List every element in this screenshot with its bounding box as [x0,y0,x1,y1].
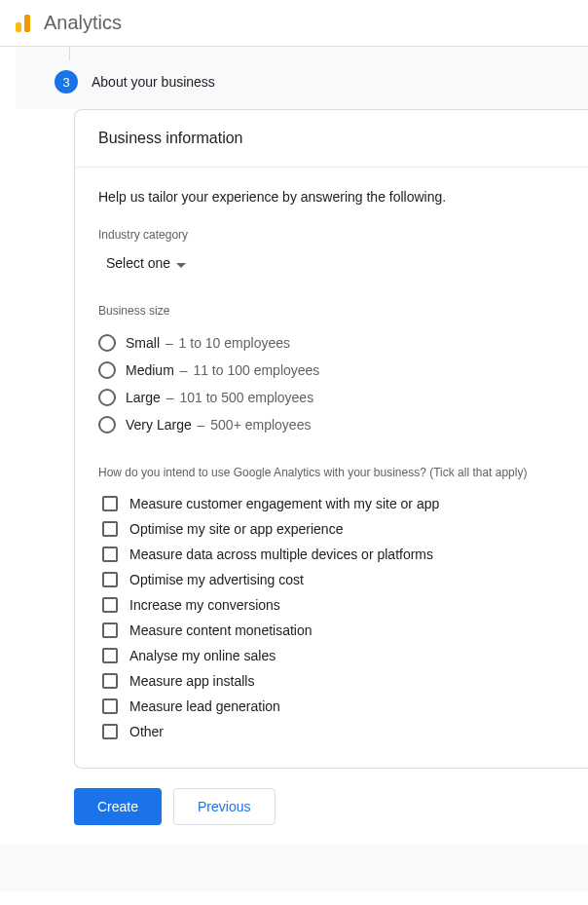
checkbox-optimise-ads[interactable]: Optimise my advertising cost [98,567,565,592]
radio-label: Very Large – 500+ employees [126,417,311,433]
checkbox-label: Increase my conversions [129,597,280,613]
create-button[interactable]: Create [74,788,162,825]
checkbox-other[interactable]: Other [98,719,565,744]
business-info-card: Business information Help us tailor your… [74,109,588,769]
checkbox-optimise-site[interactable]: Optimise my site or app experience [98,516,565,542]
checkbox-monetisation[interactable]: Measure content monetisation [98,618,565,643]
radio-icon [98,389,116,406]
radio-label: Small – 1 to 10 employees [126,335,290,351]
checkbox-app-installs[interactable]: Measure app installs [98,668,565,694]
checkbox-icon [102,673,118,689]
checkbox-conversions[interactable]: Increase my conversions [98,592,565,618]
radio-small[interactable]: Small – 1 to 10 employees [98,329,565,357]
checkbox-label: Measure lead generation [129,698,280,714]
footer-spacer [0,845,588,891]
radio-label: Medium – 11 to 100 employees [126,362,319,378]
checkbox-icon [102,521,118,537]
industry-label: Industry category [98,228,565,242]
radio-medium[interactable]: Medium – 11 to 100 employees [98,357,565,384]
checkbox-icon [102,496,118,511]
checkbox-label: Measure data across multiple devices or … [129,547,433,562]
intro-text: Help us tailor your experience by answer… [98,189,565,205]
radio-icon [98,334,116,352]
action-buttons: Create Previous [0,769,588,845]
business-size-label: Business size [98,304,565,318]
checkbox-lead-gen[interactable]: Measure lead generation [98,694,565,719]
checkbox-icon [102,597,118,613]
checkbox-icon [102,698,118,714]
intent-label: How do you intend to use Google Analytic… [98,466,565,479]
app-header: Analytics [0,0,588,47]
radio-very-large[interactable]: Very Large – 500+ employees [98,411,565,438]
step-number-badge: 3 [55,70,78,94]
analytics-logo-icon [16,15,30,32]
checkbox-label: Analyse my online sales [129,648,276,663]
intent-group: Measure customer engagement with my site… [98,491,565,744]
checkbox-label: Other [129,724,164,739]
industry-dropdown[interactable]: Select one [98,249,194,277]
checkbox-label: Measure customer engagement with my site… [129,496,439,511]
checkbox-label: Optimise my site or app experience [129,521,343,537]
radio-icon [98,416,116,434]
card-title: Business information [98,130,565,147]
app-title: Analytics [44,12,122,34]
checkbox-label: Measure content monetisation [129,622,312,638]
checkbox-icon [102,622,118,638]
step-section: 3 About your business [16,47,588,109]
chevron-down-icon [176,255,186,271]
radio-label: Large – 101 to 500 employees [126,390,313,405]
checkbox-icon [102,547,118,562]
checkbox-icon [102,572,118,587]
industry-dropdown-value: Select one [106,255,170,271]
radio-large[interactable]: Large – 101 to 500 employees [98,384,565,411]
radio-icon [98,361,116,379]
checkbox-label: Measure app installs [129,673,254,689]
business-size-group: Small – 1 to 10 employees Medium – 11 to… [98,329,565,438]
step-label: About your business [92,74,215,90]
checkbox-icon [102,724,118,739]
checkbox-measure-devices[interactable]: Measure data across multiple devices or … [98,542,565,567]
checkbox-icon [102,648,118,663]
checkbox-label: Optimise my advertising cost [129,572,304,587]
checkbox-engagement[interactable]: Measure customer engagement with my site… [98,491,565,516]
previous-button[interactable]: Previous [173,788,275,825]
checkbox-sales[interactable]: Analyse my online sales [98,643,565,668]
